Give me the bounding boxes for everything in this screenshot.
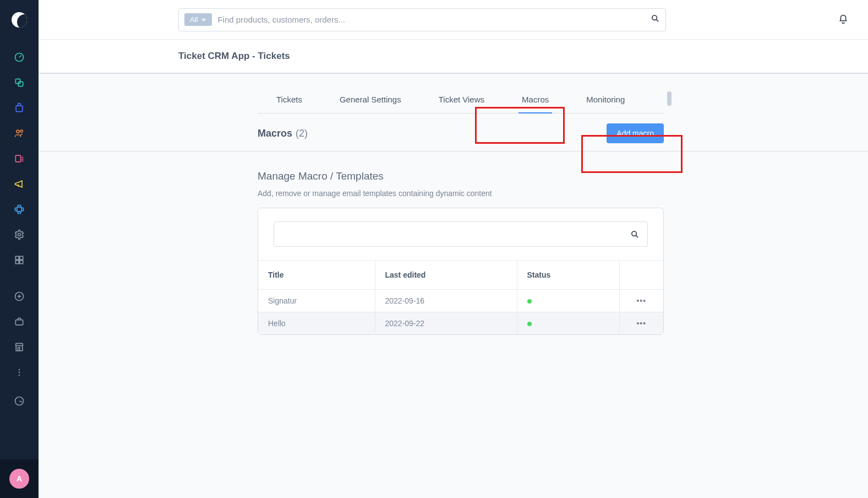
search-input[interactable] bbox=[217, 15, 645, 24]
store-icon bbox=[14, 342, 25, 353]
sidebar-item-marketing[interactable] bbox=[0, 172, 39, 196]
svg-point-26 bbox=[652, 15, 657, 20]
search-icon bbox=[651, 14, 660, 23]
page-title: Ticket CRM App - Tickets bbox=[178, 51, 290, 62]
marketing-icon bbox=[14, 178, 25, 190]
macros-search[interactable] bbox=[274, 221, 648, 247]
search-button[interactable] bbox=[651, 14, 660, 25]
search-filter-pill[interactable]: All bbox=[184, 13, 212, 26]
catalog-icon bbox=[14, 77, 25, 88]
section-subtitle: Add, remove or manage email templates co… bbox=[258, 189, 664, 198]
col-header-status[interactable]: Status bbox=[517, 261, 619, 290]
sidebar-item-dashboard[interactable] bbox=[0, 45, 39, 69]
svg-line-27 bbox=[656, 19, 658, 21]
help-icon bbox=[14, 396, 25, 407]
sidebar-nav bbox=[0, 40, 39, 385]
col-header-last-edited[interactable]: Last edited bbox=[375, 261, 517, 290]
content-icon bbox=[14, 153, 25, 164]
user-section[interactable]: A bbox=[0, 459, 39, 498]
topbar: All bbox=[39, 0, 868, 40]
section-title: Manage Macro / Templates bbox=[258, 170, 664, 182]
briefcase-icon bbox=[14, 316, 25, 327]
search-icon bbox=[630, 230, 640, 239]
svg-rect-13 bbox=[20, 256, 23, 259]
svg-point-11 bbox=[18, 234, 21, 236]
main: All Ticket CRM App - Tickets Tickets Gen… bbox=[39, 0, 868, 498]
svg-rect-6 bbox=[15, 155, 20, 162]
svg-rect-12 bbox=[15, 256, 19, 259]
svg-line-29 bbox=[636, 235, 638, 237]
cell-title: Signatur bbox=[258, 290, 375, 312]
add-icon bbox=[14, 291, 25, 302]
table-row[interactable]: Hello 2022-09-22 ••• bbox=[258, 312, 663, 335]
global-search[interactable]: All bbox=[178, 8, 666, 31]
sidebar-item-orders[interactable] bbox=[0, 96, 39, 120]
svg-point-24 bbox=[19, 375, 20, 376]
macros-card: Title Last edited Status Signatur 2022-0… bbox=[258, 208, 664, 335]
table-header-row: Title Last edited Status bbox=[258, 261, 663, 290]
sidebar-item-settings[interactable] bbox=[0, 223, 39, 247]
row-actions-button[interactable]: ••• bbox=[619, 290, 663, 312]
cell-title: Hello bbox=[258, 312, 375, 335]
svg-rect-3 bbox=[16, 106, 23, 112]
svg-point-5 bbox=[20, 130, 23, 132]
bell-icon bbox=[837, 13, 849, 25]
add-macro-button[interactable]: Add macro bbox=[607, 123, 664, 143]
cell-status bbox=[517, 312, 619, 335]
status-dot-icon bbox=[527, 322, 532, 326]
svg-point-4 bbox=[17, 130, 19, 133]
sidebar-item-extensions[interactable] bbox=[0, 197, 39, 221]
sidebar-item-briefcase[interactable] bbox=[0, 310, 39, 334]
svg-point-28 bbox=[632, 231, 637, 236]
sidebar-item-store[interactable] bbox=[0, 335, 39, 359]
tab-general-settings[interactable]: General Settings bbox=[321, 95, 420, 113]
sidebar-item-content[interactable] bbox=[0, 147, 39, 171]
col-header-title[interactable]: Title bbox=[258, 261, 375, 290]
sidebar-item-apps[interactable] bbox=[0, 248, 39, 272]
cell-last-edited: 2022-09-22 bbox=[375, 312, 517, 335]
svg-point-22 bbox=[19, 369, 20, 371]
cell-last-edited: 2022-09-16 bbox=[375, 290, 517, 312]
search-filter-label: All bbox=[190, 15, 198, 24]
more-icon bbox=[14, 367, 25, 378]
sidebar: A bbox=[0, 0, 39, 498]
notifications-button[interactable] bbox=[837, 13, 849, 27]
sidebar-item-catalog[interactable] bbox=[0, 71, 39, 95]
content: Tickets General Settings Ticket Views Ma… bbox=[39, 74, 868, 498]
orders-icon bbox=[14, 102, 25, 113]
svg-rect-19 bbox=[15, 320, 23, 325]
avatar: A bbox=[9, 469, 29, 489]
status-dot-icon bbox=[527, 299, 532, 304]
tab-monitoring[interactable]: Monitoring bbox=[567, 95, 643, 113]
apps-icon bbox=[14, 255, 25, 266]
sidebar-item-more[interactable] bbox=[0, 360, 39, 385]
tab-tickets[interactable]: Tickets bbox=[258, 95, 321, 113]
subheader: Macros (2) Add macro bbox=[258, 113, 664, 151]
sidebar-item-customers[interactable] bbox=[0, 121, 39, 145]
tab-macros[interactable]: Macros bbox=[503, 95, 567, 113]
dashboard-icon bbox=[14, 52, 25, 63]
customers-icon bbox=[14, 128, 25, 139]
macros-section: Manage Macro / Templates Add, remove or … bbox=[258, 151, 664, 335]
row-actions-button[interactable]: ••• bbox=[619, 312, 663, 335]
macros-search-input[interactable] bbox=[282, 230, 630, 239]
subheader-count: (2) bbox=[296, 128, 308, 139]
app-logo[interactable] bbox=[0, 0, 39, 40]
tab-ticket-views[interactable]: Ticket Views bbox=[420, 95, 503, 113]
sidebar-item-add[interactable] bbox=[0, 284, 39, 308]
settings-icon bbox=[14, 229, 25, 240]
svg-point-23 bbox=[19, 372, 20, 374]
subheader-title: Macros bbox=[258, 128, 292, 139]
page-header: Ticket CRM App - Tickets bbox=[39, 40, 868, 74]
svg-rect-21 bbox=[18, 348, 20, 351]
macros-table: Title Last edited Status Signatur 2022-0… bbox=[258, 260, 663, 334]
tab-scroll-handle[interactable] bbox=[667, 91, 672, 106]
extensions-icon bbox=[14, 204, 25, 215]
table-row[interactable]: Signatur 2022-09-16 ••• bbox=[258, 290, 663, 312]
svg-rect-10 bbox=[17, 207, 21, 212]
cell-status bbox=[517, 290, 619, 312]
chevron-down-icon bbox=[201, 17, 206, 23]
svg-rect-14 bbox=[15, 261, 19, 264]
sidebar-item-help[interactable] bbox=[0, 385, 39, 418]
svg-rect-15 bbox=[20, 261, 23, 264]
